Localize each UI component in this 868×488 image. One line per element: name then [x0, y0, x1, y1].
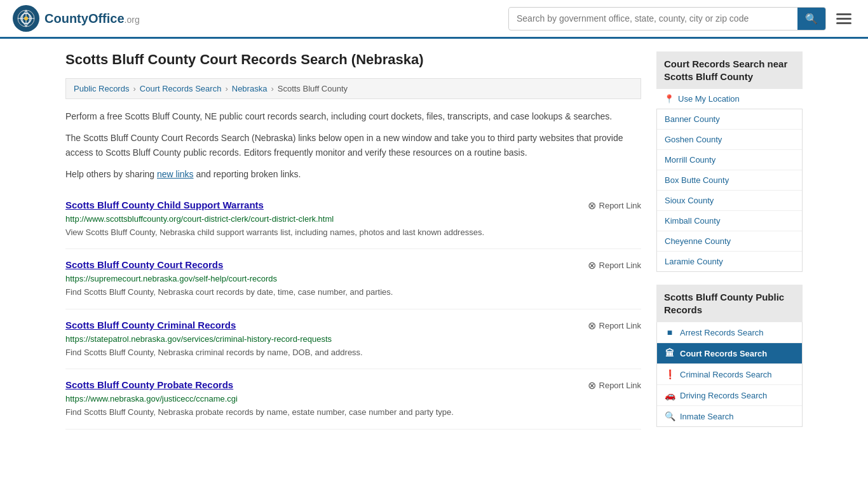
search-input[interactable] — [509, 8, 797, 29]
logo-area: CountyOffice.org — [13, 5, 140, 32]
logo-icon — [13, 5, 39, 32]
record-item: Scotts Bluff County Child Support Warran… — [65, 189, 641, 250]
location-icon: 📍 — [664, 94, 674, 104]
record-desc: Find Scotts Bluff County, Nebraska crimi… — [65, 346, 641, 359]
search-button[interactable]: 🔍 — [797, 8, 825, 30]
nearby-title: Court Records Search near Scotts Bluff C… — [656, 51, 803, 89]
nearby-county-link[interactable]: Kimball County — [657, 211, 802, 231]
nearby-county-item: Laramie County — [657, 252, 802, 271]
nearby-county-item: Goshen County — [657, 130, 802, 150]
breadcrumb-sep: › — [133, 84, 135, 93]
report-link[interactable]: ⊗ Report Link — [588, 200, 641, 212]
record-item: Scotts Bluff County Criminal Records ⊗ R… — [65, 309, 641, 370]
desc-suffix: and reporting broken links. — [194, 169, 301, 179]
nearby-county-item: Kimball County — [657, 211, 802, 231]
breadcrumb-nebraska[interactable]: Nebraska — [232, 84, 268, 93]
nearby-county-link[interactable]: Morrill County — [657, 150, 802, 170]
page-title: Scotts Bluff County Court Records Search… — [65, 51, 641, 68]
menu-line — [836, 13, 851, 15]
nearby-county-item: Box Butte County — [657, 170, 802, 191]
logo-text: CountyOffice.org — [44, 11, 140, 26]
use-my-location-container: 📍 Use My Location — [656, 89, 803, 109]
record-url: https://statepatrol.nebraska.gov/service… — [65, 334, 641, 344]
menu-line — [836, 22, 851, 24]
menu-line — [836, 18, 851, 20]
use-my-location[interactable]: 📍 Use My Location — [664, 94, 795, 104]
public-record-link[interactable]: ❗ Criminal Records Search — [657, 364, 802, 384]
public-record-item: ■ Arrest Records Search — [657, 322, 802, 343]
menu-button[interactable] — [832, 10, 855, 28]
breadcrumb-public-records[interactable]: Public Records — [74, 84, 129, 93]
record-desc: Find Scotts Bluff County, Nebraska court… — [65, 286, 641, 299]
breadcrumb-court-records[interactable]: Court Records Search — [140, 84, 222, 93]
record-header: Scotts Bluff County Child Support Warran… — [65, 200, 641, 212]
svg-point-4 — [24, 17, 28, 20]
nearby-county-item: Cheyenne County — [657, 231, 802, 252]
public-record-link[interactable]: ■ Arrest Records Search — [657, 322, 802, 342]
header-controls: 🔍 — [508, 7, 855, 30]
report-label: Report Link — [599, 261, 641, 270]
breadcrumb-sep: › — [271, 84, 273, 93]
nearby-county-link[interactable]: Sioux County — [657, 191, 802, 210]
record-title[interactable]: Scotts Bluff County Probate Records — [65, 379, 233, 390]
nearby-county-link[interactable]: Cheyenne County — [657, 231, 802, 251]
record-type-label: Arrest Records Search — [680, 328, 764, 337]
record-type-icon: 🚗 — [665, 390, 675, 400]
record-item: Scotts Bluff County Court Records ⊗ Repo… — [65, 249, 641, 309]
report-link[interactable]: ⊗ Report Link — [588, 320, 641, 332]
report-icon: ⊗ — [588, 379, 596, 391]
nearby-county-link[interactable]: Banner County — [657, 109, 802, 129]
record-type-label: Inmate Search — [680, 412, 734, 421]
public-record-item: 🔍 Inmate Search — [657, 406, 802, 426]
record-type-icon: ■ — [665, 327, 675, 337]
breadcrumb-sep: › — [225, 84, 227, 93]
public-record-item: 🚗 Driving Records Search — [657, 385, 802, 406]
search-icon: 🔍 — [805, 13, 818, 24]
record-header: Scotts Bluff County Criminal Records ⊗ R… — [65, 320, 641, 332]
nearby-county-link[interactable]: Box Butte County — [657, 170, 802, 190]
record-url: https://www.nebraska.gov/justicecc/ccnam… — [65, 394, 641, 403]
public-records-section: Scotts Bluff County Public Records ■ Arr… — [656, 285, 803, 427]
breadcrumb-current: Scotts Bluff County — [278, 84, 348, 93]
record-header: Scotts Bluff County Probate Records ⊗ Re… — [65, 379, 641, 391]
record-type-label: Driving Records Search — [680, 391, 767, 400]
nearby-county-item: Morrill County — [657, 150, 802, 170]
public-record-link[interactable]: 🔍 Inmate Search — [657, 406, 802, 426]
public-record-link[interactable]: 🚗 Driving Records Search — [657, 385, 802, 405]
main-content: Scotts Bluff County Court Records Search… — [65, 51, 641, 440]
public-records-list: ■ Arrest Records Search 🏛 Court Records … — [656, 322, 803, 427]
record-desc: Find Scotts Bluff County, Nebraska proba… — [65, 406, 641, 419]
site-header: CountyOffice.org 🔍 — [0, 0, 868, 39]
report-icon: ⊗ — [588, 200, 596, 212]
record-url: http://www.scottsbluffcounty.org/court-d… — [65, 214, 641, 224]
desc-prefix: Help others by sharing — [65, 169, 157, 179]
nearby-counties-list: Banner CountyGoshen CountyMorrill County… — [656, 109, 803, 272]
record-list: Scotts Bluff County Child Support Warran… — [65, 189, 641, 430]
public-records-title: Scotts Bluff County Public Records — [656, 285, 803, 322]
report-icon: ⊗ — [588, 320, 596, 332]
report-link[interactable]: ⊗ Report Link — [588, 259, 641, 271]
nearby-county-link[interactable]: Laramie County — [657, 252, 802, 271]
record-type-label: Court Records Search — [680, 349, 767, 358]
description-para1: Perform a free Scotts Bluff County, NE p… — [65, 109, 641, 123]
public-record-link[interactable]: 🏛 Court Records Search — [657, 343, 802, 363]
breadcrumb: Public Records › Court Records Search › … — [65, 78, 641, 99]
record-header: Scotts Bluff County Court Records ⊗ Repo… — [65, 259, 641, 271]
nearby-county-item: Sioux County — [657, 191, 802, 211]
record-title[interactable]: Scotts Bluff County Child Support Warran… — [65, 200, 264, 210]
nearby-county-item: Banner County — [657, 109, 802, 130]
public-record-item: ❗ Criminal Records Search — [657, 364, 802, 385]
sidebar: Court Records Search near Scotts Bluff C… — [656, 51, 803, 440]
record-title[interactable]: Scotts Bluff County Criminal Records — [65, 320, 236, 330]
new-links[interactable]: new links — [157, 169, 194, 179]
nearby-section: Court Records Search near Scotts Bluff C… — [656, 51, 803, 272]
record-title[interactable]: Scotts Bluff County Court Records — [65, 259, 223, 270]
nearby-county-link[interactable]: Goshen County — [657, 130, 802, 149]
record-type-label: Criminal Records Search — [680, 370, 772, 379]
report-link[interactable]: ⊗ Report Link — [588, 379, 641, 391]
description-para2: The Scotts Bluff County Court Records Se… — [65, 131, 641, 159]
report-label: Report Link — [599, 381, 641, 390]
report-label: Report Link — [599, 201, 641, 210]
record-type-icon: 🔍 — [665, 411, 675, 421]
record-url: https://supremecourt.nebraska.gov/self-h… — [65, 274, 641, 283]
